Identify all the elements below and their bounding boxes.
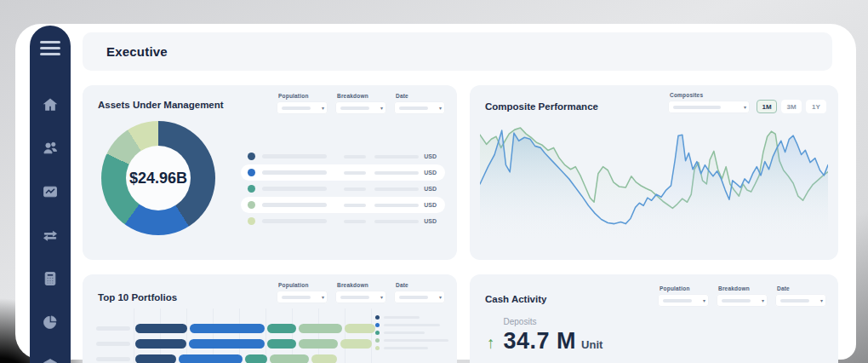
filter-label: Date	[777, 285, 826, 291]
filter-select[interactable]: ▾	[394, 101, 445, 114]
period-button-1y[interactable]: 1Y	[806, 100, 826, 113]
select-placeholder	[340, 107, 369, 110]
legend-dot	[248, 201, 255, 209]
legend-value-placeholder	[344, 220, 366, 223]
bar-segment	[267, 324, 296, 333]
bar-segment	[189, 339, 265, 349]
portfolio-bar-row[interactable]	[96, 354, 372, 363]
bar-stack	[135, 339, 372, 349]
card-title: Top 10 Portfolios	[98, 292, 177, 302]
legend-item	[375, 314, 448, 321]
line-chart-svg	[480, 122, 828, 251]
filter-select[interactable]: ▾	[717, 294, 768, 307]
bar-segment	[179, 354, 243, 363]
composites-filter: Composites ▾	[668, 92, 750, 113]
legend-row[interactable]: USD	[241, 164, 445, 181]
portfolio-bar-row[interactable]	[96, 324, 372, 333]
chevron-down-icon: ▾	[762, 298, 764, 303]
legend-dot	[248, 153, 255, 160]
legend-dot	[248, 217, 255, 225]
filter-select[interactable]: ▾	[277, 291, 328, 303]
card-composite-performance: Composite Performance Composites ▾ 1M3M1…	[470, 85, 838, 260]
bar-segment	[267, 339, 296, 349]
legend-value-placeholder	[344, 155, 366, 158]
legend-name-placeholder	[384, 331, 425, 334]
filter-group: Breakdown▾	[717, 285, 768, 307]
legend-name-placeholder	[384, 316, 420, 319]
sidebar-item-home[interactable]	[41, 95, 60, 114]
legend-name-placeholder	[384, 339, 448, 342]
composites-select[interactable]: ▾	[668, 101, 750, 113]
sidebar	[30, 26, 71, 363]
bar-segment	[311, 354, 337, 363]
legend-name-placeholder	[262, 154, 327, 158]
page-title: Executive	[106, 44, 168, 59]
legend-dot	[375, 331, 380, 335]
period-buttons: 1M3M1Y	[757, 100, 826, 113]
legend-row[interactable]: USD	[241, 197, 445, 213]
legend-dot	[375, 323, 380, 327]
filter-group: Date▾	[775, 285, 826, 307]
bar-label-placeholder	[96, 357, 130, 361]
select-placeholder	[282, 107, 311, 110]
main-content: Executive Assets Under Management Popula…	[83, 32, 841, 360]
filter-select[interactable]: ▾	[658, 294, 709, 307]
legend-value-placeholder	[344, 204, 366, 207]
filter-label: Date	[396, 93, 445, 99]
filter-select[interactable]: ▾	[775, 294, 826, 307]
users-icon	[42, 140, 59, 157]
chevron-down-icon: ▾	[380, 106, 383, 111]
menu-icon[interactable]	[40, 41, 60, 55]
chevron-down-icon: ▾	[439, 106, 442, 111]
legend-row[interactable]: USD	[241, 148, 445, 164]
filter-label: Date	[396, 282, 445, 288]
legend-item	[375, 329, 448, 337]
aum-legend: USDUSDUSDUSDUSD	[241, 148, 445, 229]
filter-label: Breakdown	[337, 93, 386, 99]
currency-label: USD	[424, 186, 437, 192]
deposits-metric: ↑ Deposits 34.7 M Unit	[487, 317, 602, 354]
sidebar-item-layers[interactable]	[41, 356, 60, 363]
chevron-down-icon: ▾	[744, 105, 746, 110]
select-placeholder	[340, 296, 369, 299]
sidebar-item-analytics[interactable]	[41, 313, 60, 331]
legend-row[interactable]: USD	[241, 181, 445, 197]
period-button-1m[interactable]: 1M	[757, 100, 777, 113]
card-cash-activity: Cash Activity Population▾Breakdown▾Date▾…	[470, 274, 838, 363]
filter-select[interactable]: ▾	[277, 101, 328, 114]
legend-name-placeholder	[262, 187, 327, 191]
select-placeholder	[780, 299, 809, 302]
filter-group: Breakdown▾	[335, 282, 386, 303]
period-button-3m[interactable]: 3M	[781, 100, 802, 113]
card-title: Cash Activity	[485, 294, 546, 304]
filter-label: Population	[278, 93, 328, 99]
bar-segment	[299, 339, 338, 349]
legend-row[interactable]: USD	[241, 213, 445, 229]
metric-label: Deposits	[504, 317, 603, 326]
sidebar-item-clients[interactable]	[41, 139, 60, 158]
filter-select[interactable]: ▾	[335, 101, 386, 114]
bar-segment	[299, 324, 342, 333]
bar-segment	[340, 339, 372, 349]
metric-value: 34.7 M	[504, 328, 577, 354]
bar-segment	[135, 324, 187, 333]
portfolio-filters: Population▾Breakdown▾Date▾	[277, 282, 445, 303]
currency-label: USD	[424, 202, 437, 208]
chevron-down-icon: ▾	[322, 295, 324, 300]
portfolio-bar-row[interactable]	[96, 339, 372, 349]
composite-line-chart[interactable]	[480, 122, 828, 251]
sidebar-item-reports[interactable]	[41, 182, 60, 201]
filter-label: Breakdown	[337, 282, 386, 288]
bar-segment	[135, 354, 176, 363]
app-window: Executive Assets Under Management Popula…	[15, 24, 856, 360]
sidebar-item-transfers[interactable]	[41, 226, 60, 245]
filter-group: Date▾	[394, 93, 445, 114]
legend-value-placeholder	[344, 187, 366, 191]
chevron-down-icon: ▾	[380, 295, 383, 300]
sidebar-item-calculator[interactable]	[41, 269, 60, 288]
filter-select[interactable]: ▾	[335, 291, 386, 303]
filter-label: Breakdown	[718, 285, 768, 291]
card-top10-portfolios: Top 10 Portfolios Population▾Breakdown▾D…	[83, 274, 457, 363]
filter-select[interactable]: ▾	[394, 291, 445, 303]
chart-image-icon	[42, 183, 59, 200]
